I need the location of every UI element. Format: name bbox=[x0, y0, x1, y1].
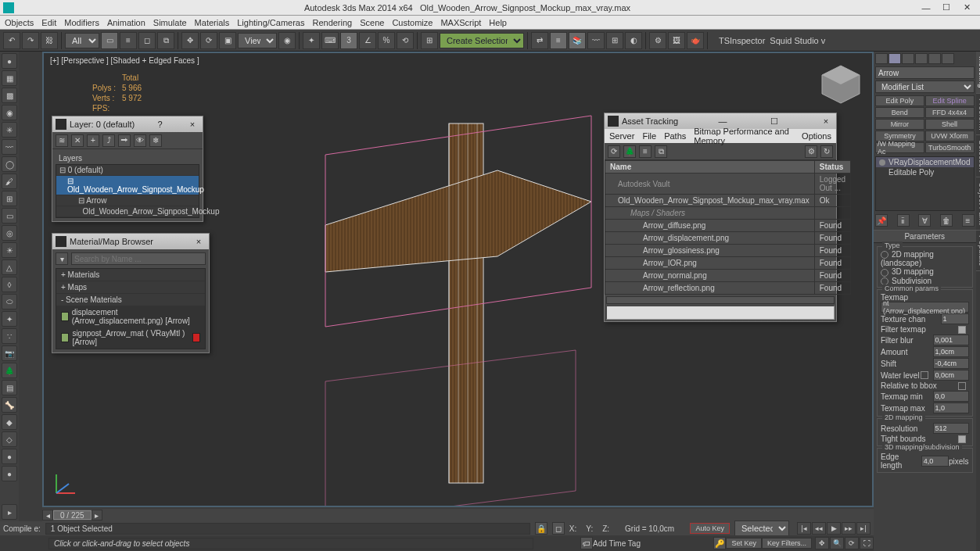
pin-stack-button[interactable]: 📌 bbox=[875, 214, 888, 227]
asset-col-status[interactable]: Status bbox=[814, 161, 850, 174]
asset-menu-options[interactable]: Options bbox=[802, 131, 831, 141]
menu-materials[interactable]: Materials bbox=[195, 18, 230, 27]
light-icon[interactable]: ☀ bbox=[2, 242, 17, 258]
mod-editpoly-button[interactable]: Edit Poly bbox=[875, 95, 924, 106]
cloth-icon[interactable]: ▤ bbox=[2, 380, 17, 395]
sphere-icon[interactable]: ● bbox=[2, 53, 17, 69]
asset-close-button[interactable]: × bbox=[819, 116, 833, 126]
star-icon[interactable]: ✦ bbox=[2, 311, 17, 327]
radio-2d-mapping[interactable]: 2D mapping (landscape) bbox=[881, 250, 969, 267]
isolate-button[interactable]: ◻ bbox=[552, 522, 565, 535]
mod-shell-button[interactable]: Shell bbox=[925, 119, 975, 130]
time-next-icon[interactable]: ▸ bbox=[92, 510, 102, 521]
asset-retry-button[interactable]: ↻ bbox=[820, 145, 833, 158]
menu-edit[interactable]: Edit bbox=[41, 18, 56, 27]
hierarchy-tab-icon[interactable] bbox=[902, 53, 914, 64]
create-tab-icon[interactable] bbox=[875, 53, 888, 64]
helper-icon[interactable]: ✳ bbox=[2, 122, 17, 138]
asset-table[interactable]: NameStatus Autodesk VaultLogged Out ... … bbox=[605, 160, 851, 295]
menu-simulate[interactable]: Simulate bbox=[153, 18, 187, 27]
mod-turbosmooth-button[interactable]: TurboSmooth bbox=[925, 142, 975, 153]
layer-mgr-button[interactable]: 📚 bbox=[569, 32, 586, 49]
material-browser-header[interactable]: Material/Map Browser × bbox=[52, 234, 209, 249]
bone-icon[interactable]: 🦴 bbox=[2, 397, 17, 413]
close-button[interactable]: ✕ bbox=[957, 1, 977, 15]
edgelen-spinner[interactable]: 4,0 bbox=[921, 456, 949, 467]
texmap-button[interactable]: nt (Arrow_displacement.png) bbox=[881, 302, 969, 313]
misc3-icon[interactable]: ● bbox=[2, 449, 17, 464]
keymode-button[interactable]: ⌨ bbox=[321, 32, 339, 49]
mat-item-displacement[interactable]: displacement (Arrow_displacement.png) [A… bbox=[56, 306, 205, 327]
remove-mod-button[interactable]: 🗑 bbox=[940, 214, 953, 227]
asset-menu-server[interactable]: Server bbox=[609, 131, 634, 141]
highlight-layer-button[interactable]: ⮕ bbox=[118, 134, 131, 147]
asset-menu-paths[interactable]: Paths bbox=[664, 131, 686, 141]
render-frame-button[interactable]: 🖼 bbox=[668, 32, 685, 49]
layer-row-mockup[interactable]: Old_Wooden_Arrow_Signpost_Mockup bbox=[56, 206, 199, 217]
select-name-button[interactable]: ≡ bbox=[120, 32, 137, 49]
lock-selection-button[interactable]: 🔒 bbox=[535, 522, 547, 535]
ribbon-tab-modeling[interactable]: Modeling bbox=[976, 52, 981, 94]
autokey-button[interactable]: Auto Key bbox=[690, 523, 730, 534]
schematic-button[interactable]: ⊞ bbox=[606, 32, 623, 49]
texmap-max-spinner[interactable]: 1,0 bbox=[933, 403, 969, 413]
asset-col-name[interactable]: Name bbox=[605, 161, 815, 174]
asset-menu-bitmap[interactable]: Bitmap Performance and Memory bbox=[694, 127, 794, 145]
mod-uvwmap-button[interactable]: /W Mapping Ac bbox=[875, 142, 924, 153]
timetag-icon[interactable]: 🏷 bbox=[580, 537, 593, 549]
mat-search-opts-button[interactable]: ▾ bbox=[56, 252, 68, 265]
amount-spinner[interactable]: 1,0cm bbox=[933, 346, 969, 357]
mod-mirror-button[interactable]: Mirror bbox=[875, 119, 924, 130]
relbbox-checkbox[interactable] bbox=[958, 382, 966, 390]
asset-hscroll[interactable] bbox=[606, 296, 835, 304]
layer-panel-close[interactable]: × bbox=[185, 120, 199, 129]
layer-row-selected[interactable]: ⊟ Old_Wooden_Arrow_Signpost_Mockup bbox=[56, 176, 199, 195]
particles-icon[interactable]: ∵ bbox=[2, 328, 17, 344]
layer-panel-header[interactable]: Layer: 0 (default) ? × bbox=[52, 116, 203, 132]
key-icon[interactable]: 🔑 bbox=[713, 537, 726, 549]
menu-lighting[interactable]: Lighting/Cameras bbox=[237, 18, 304, 27]
asset-list-button[interactable]: ≡ bbox=[639, 145, 652, 158]
menu-customize[interactable]: Customize bbox=[392, 18, 433, 27]
snap-button[interactable]: 3 bbox=[340, 32, 357, 49]
asset-refresh-button[interactable]: ⟳ bbox=[608, 145, 620, 158]
link-button[interactable]: ⛓ bbox=[41, 32, 58, 49]
mod-editspline-button[interactable]: Edit Spline bbox=[925, 95, 975, 106]
edit-selset-button[interactable]: ⊞ bbox=[421, 32, 438, 49]
listener-output[interactable]: Compile e: bbox=[3, 524, 41, 533]
shift-spinner[interactable]: -0,4cm bbox=[933, 358, 969, 369]
time-prev-icon[interactable]: ◂ bbox=[42, 510, 53, 521]
expand-icon[interactable]: ▸ bbox=[2, 504, 17, 520]
menu-animation[interactable]: Animation bbox=[107, 18, 145, 27]
layer-row-arrow[interactable]: ⊟ Arrow bbox=[56, 195, 199, 206]
curve-editor-button[interactable]: 〰 bbox=[587, 32, 605, 49]
plane-icon[interactable]: ▭ bbox=[2, 208, 17, 224]
render-setup-button[interactable]: ⚙ bbox=[649, 32, 666, 49]
ribbon-tab-selection[interactable]: Selection bbox=[976, 135, 981, 177]
maximize-button[interactable]: ☐ bbox=[936, 1, 957, 15]
resolution-spinner[interactable]: 512 bbox=[933, 423, 969, 434]
misc4-icon[interactable]: ● bbox=[2, 466, 17, 481]
manipulate-button[interactable]: ✦ bbox=[303, 32, 320, 49]
new-layer-button[interactable]: ≋ bbox=[56, 134, 68, 147]
tube-icon[interactable]: ◊ bbox=[2, 277, 17, 292]
percent-snap-button[interactable]: % bbox=[378, 32, 395, 49]
object-name-input[interactable] bbox=[875, 66, 975, 79]
asset-menu-file[interactable]: File bbox=[642, 131, 656, 141]
material-tree[interactable]: + Materials + Maps - Scene Materials dis… bbox=[56, 268, 206, 349]
time-frame-display[interactable]: 0 / 225 bbox=[53, 510, 92, 520]
mat-section-materials[interactable]: + Materials bbox=[56, 269, 205, 281]
move-button[interactable]: ✥ bbox=[181, 32, 199, 49]
mat-section-scene[interactable]: - Scene Materials bbox=[56, 294, 205, 306]
mod-ffd-button[interactable]: FFD 4x4x4 bbox=[925, 107, 975, 118]
menu-help[interactable]: Help bbox=[489, 18, 507, 27]
keymode-dropdown[interactable]: Selected bbox=[734, 521, 789, 536]
play-button[interactable]: ▶ bbox=[827, 522, 841, 535]
capsule-icon[interactable]: ⬭ bbox=[2, 294, 17, 309]
select-objects-button[interactable]: ⤴ bbox=[102, 134, 115, 147]
redo-button[interactable]: ↷ bbox=[22, 32, 39, 49]
tight-checkbox[interactable] bbox=[958, 435, 966, 443]
select-object-button[interactable]: ▭ bbox=[101, 32, 118, 49]
nav-pan-button[interactable]: ✥ bbox=[815, 537, 829, 549]
torus-icon[interactable]: ◎ bbox=[2, 225, 17, 241]
